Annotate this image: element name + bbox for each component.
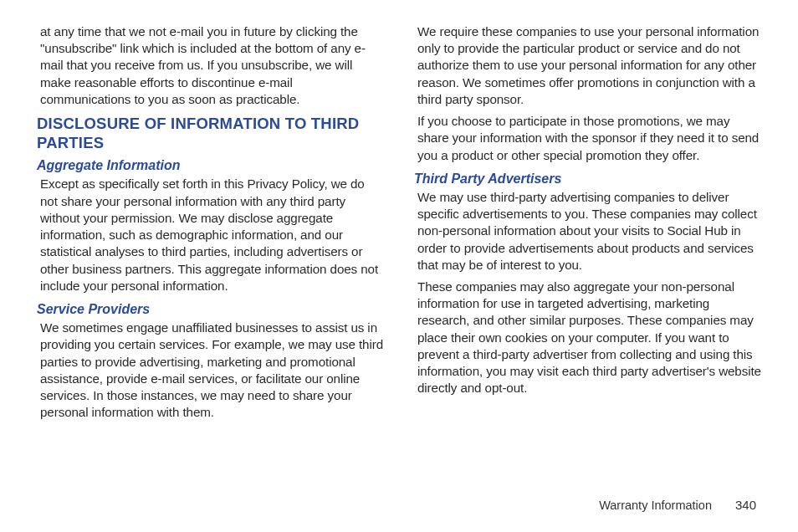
body-paragraph: If you choose to participate in those pr… bbox=[417, 113, 761, 164]
footer-section-label: Warranty Information bbox=[599, 499, 712, 512]
para-block: We require these companies to use your p… bbox=[414, 23, 761, 169]
subheading-service-providers: Service Providers bbox=[37, 301, 384, 317]
left-column: at any time that we not e-mail you in fu… bbox=[37, 23, 384, 489]
para-block: Except as specifically set forth in this… bbox=[37, 176, 384, 299]
footer-page-number: 340 bbox=[735, 498, 756, 512]
subheading-aggregate: Aggregate Information bbox=[37, 157, 384, 173]
body-paragraph: at any time that we not e-mail you in fu… bbox=[40, 23, 384, 108]
body-paragraph: We may use third-party advertising compa… bbox=[417, 189, 761, 274]
para-block: at any time that we not e-mail you in fu… bbox=[37, 23, 384, 113]
heading-disclosure: Disclosure of Information to Third Parti… bbox=[37, 115, 384, 152]
body-paragraph: These companies may also aggregate your … bbox=[417, 279, 761, 397]
page: at any time that we not e-mail you in fu… bbox=[0, 0, 798, 532]
page-footer: Warranty Information 340 bbox=[37, 489, 761, 512]
columns: at any time that we not e-mail you in fu… bbox=[37, 23, 761, 489]
body-paragraph: Except as specifically set forth in this… bbox=[40, 176, 384, 294]
para-block: We sometimes engage unaffiliated busines… bbox=[37, 320, 384, 426]
para-block: We may use third-party advertising compa… bbox=[414, 189, 761, 402]
right-column: We require these companies to use your p… bbox=[414, 23, 761, 489]
body-paragraph: We require these companies to use your p… bbox=[417, 23, 761, 108]
subheading-third-party-advertisers: Third Party Advertisers bbox=[414, 171, 761, 187]
body-paragraph: We sometimes engage unaffiliated busines… bbox=[40, 320, 384, 421]
